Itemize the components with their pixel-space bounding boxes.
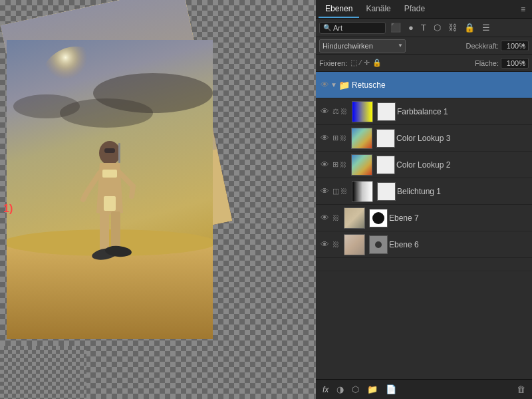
layer-thumb-farbbalance1 (352, 101, 373, 122)
annotation-label: 1) (3, 203, 13, 215)
chain-icon-belichtung1: ⛓ (340, 188, 347, 195)
search-text: Art (333, 24, 342, 32)
layer-mask-colorlookup2 (376, 156, 395, 174)
blend-mode-wrapper: Hindurchwirken ▼ (319, 39, 406, 53)
opacity-input[interactable]: 100% (501, 41, 529, 51)
visibility-icon-belichtung1[interactable]: 👁 (319, 186, 331, 196)
canvas-area: 1) (0, 0, 316, 399)
create-group-button[interactable]: 📁 (364, 383, 380, 396)
chain-icon-farbbalance1: ⛓ (340, 108, 347, 115)
chain-icon-ebene6: ⛓ (332, 241, 339, 248)
grid-icon-colorlookup2: ⊞ (332, 160, 338, 169)
visibility-icon-farbbalance1[interactable]: 👁 (319, 106, 331, 116)
visibility-icon-retusche[interactable]: 👁 (319, 80, 331, 90)
fix-move-icon[interactable]: ✛ (364, 59, 370, 67)
layer-icons-farbbalance1: ⚖ ⛓ (332, 107, 347, 116)
panel-tabs: Ebenen Kanäle Pfade ≡ (316, 0, 532, 19)
search-box[interactable]: 🔍 Art (319, 22, 386, 34)
layer-row-farbbalance1[interactable]: 👁 ⚖ ⛓ Farbbalance 1 (316, 98, 532, 125)
visibility-icon-ebene7[interactable]: 👁 (319, 213, 331, 223)
filter-toolbar: 🔍 Art ⬛ ● T ⬡ ⛓ 🔒 ☰ (316, 19, 532, 37)
fix-label: Fixieren: (319, 59, 347, 67)
svg-rect-15 (111, 211, 120, 251)
layer-mask-colorlookup3 (376, 129, 395, 148)
new-layer-button[interactable]: 📄 (383, 383, 399, 396)
bottom-toolbar: fx ◑ ⬡ 📁 📄 🗑 (316, 379, 532, 399)
tab-kanaele[interactable]: Kanäle (359, 0, 397, 18)
chain-icon-colorlookup3: ⛓ (340, 134, 346, 142)
layer-icons-belichtung1: ◫ ⛓ (332, 187, 347, 196)
folder-icon: 📁 (338, 80, 350, 90)
fix-brush-icon[interactable]: ∕ (360, 59, 361, 67)
fix-rect-icon[interactable]: ⬚ (350, 59, 357, 67)
panel-menu-button[interactable]: ≡ (517, 3, 529, 15)
filter-adjustment-icon[interactable]: ● (406, 21, 416, 34)
exposure-adj-icon: ◫ (332, 187, 339, 196)
flaeche-label: Fläche: (475, 59, 499, 67)
fix-icons-group: ⬚ ∕ ✛ 🔒 (350, 59, 382, 67)
filter-type-icon[interactable]: T (418, 21, 429, 34)
layer-thumb-belichtung1 (352, 181, 373, 202)
filter-smart-icon[interactable]: ⛓ (446, 21, 460, 34)
layer-icons-colorlookup2: ⊞ ⛓ (332, 160, 346, 169)
visibility-icon-colorlookup2[interactable]: 👁 (319, 160, 331, 170)
layer-mask-belichtung1 (377, 182, 396, 201)
layer-row-partial (316, 258, 532, 271)
filter-lock-icon[interactable]: 🔒 (462, 21, 477, 34)
svg-rect-13 (104, 148, 115, 153)
tab-ebenen[interactable]: Ebenen (319, 0, 359, 18)
layer-mask-ebene7 (369, 209, 388, 227)
layer-row-colorlookup3[interactable]: 👁 ⊞ ⛓ Color Lookup 3 (316, 125, 532, 152)
layer-name-colorlookup3: Color Lookup 3 (396, 134, 529, 143)
chain-icon-ebene7: ⛓ (332, 214, 339, 221)
photo-front-content (7, 40, 213, 339)
fix-lock-icon[interactable]: 🔒 (372, 59, 382, 67)
delete-layer-button[interactable]: 🗑 (514, 383, 528, 396)
fix-flaeche-row: Fixieren: ⬚ ∕ ✛ 🔒 Fläche: 100% ▼ (316, 55, 532, 72)
add-mask-button[interactable]: ⬡ (349, 383, 362, 396)
layer-thumb-ebene7 (344, 207, 365, 229)
layer-name-ebene6: Ebene 6 (389, 240, 529, 249)
search-icon: 🔍 (323, 24, 331, 31)
layer-mask-ebene6 (369, 235, 388, 254)
svg-rect-14 (100, 211, 109, 251)
flaeche-row: Fläche: 100% ▼ (475, 58, 529, 68)
grid-icon-colorlookup3: ⊞ (332, 134, 338, 142)
balance-adj-icon: ⚖ (332, 107, 339, 116)
opacity-wrapper: 100% ▼ (501, 41, 529, 51)
layer-name-farbbalance1: Farbbalance 1 (397, 107, 529, 116)
layer-name-retusche: Retusche (352, 80, 529, 90)
opacity-row: Deckkraft: 100% ▼ (466, 41, 529, 51)
filter-shape-icon[interactable]: ⬡ (431, 21, 444, 34)
layer-row-ebene6[interactable]: 👁 ⛓ Ebene 6 (316, 231, 532, 258)
blend-opacity-row: Hindurchwirken ▼ Deckkraft: 100% ▼ (316, 37, 532, 55)
layer-row-ebene7[interactable]: 👁 ⛓ Ebene 7 (316, 205, 532, 231)
layer-thumb-colorlookup3 (351, 128, 372, 149)
layer-thumb-ebene6 (344, 234, 365, 255)
layer-row-colorlookup2[interactable]: 👁 ⊞ ⛓ Color Lookup 2 (316, 152, 532, 178)
filter-extra-icon[interactable]: ☰ (479, 21, 493, 34)
group-expand-icon[interactable]: ▼ (331, 81, 337, 88)
add-adjustment-button[interactable]: ◑ (334, 383, 346, 396)
layer-row-retusche[interactable]: 👁 ▼ 📁 Retusche (316, 72, 532, 98)
layers-panel: Ebenen Kanäle Pfade ≡ 🔍 Art ⬛ ● T ⬡ ⛓ 🔒 … (316, 0, 532, 399)
tab-pfade[interactable]: Pfade (398, 0, 432, 18)
blend-mode-select[interactable]: Hindurchwirken (319, 39, 406, 53)
layer-icons-colorlookup3: ⊞ ⛓ (332, 134, 346, 142)
layer-mask-farbbalance1 (377, 102, 396, 121)
layer-row-belichtung1[interactable]: 👁 ◫ ⛓ Belichtung 1 (316, 178, 532, 205)
photo-front (7, 40, 213, 339)
filter-image-icon[interactable]: ⬛ (388, 21, 404, 34)
layer-icons-ebene6: ⛓ (332, 241, 339, 248)
svg-point-9 (13, 94, 80, 118)
visibility-icon-ebene6[interactable]: 👁 (319, 239, 331, 249)
visibility-icon-colorlookup3[interactable]: 👁 (319, 133, 331, 143)
flaeche-input[interactable]: 100% (501, 58, 529, 68)
layer-name-belichtung1: Belichtung 1 (397, 187, 529, 196)
svg-rect-19 (102, 170, 117, 178)
layer-name-colorlookup2: Color Lookup 2 (396, 160, 529, 170)
svg-rect-20 (104, 196, 116, 211)
canvas-transparent-bl (0, 346, 86, 399)
fx-button[interactable]: fx (320, 384, 331, 396)
layer-icons-ebene7: ⛓ (332, 214, 339, 221)
